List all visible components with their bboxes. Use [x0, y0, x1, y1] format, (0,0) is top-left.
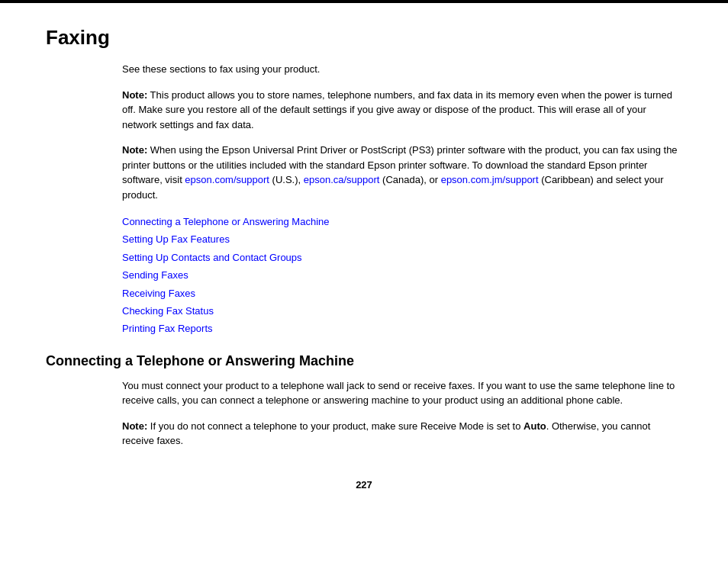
note2-text2: (U.S.), — [269, 174, 304, 185]
nav-link-1[interactable]: Setting Up Fax Features — [122, 230, 682, 248]
nav-link-0[interactable]: Connecting a Telephone or Answering Mach… — [122, 213, 682, 230]
epson-support-ca-link[interactable]: epson.ca/support — [304, 174, 380, 185]
nav-link-3[interactable]: Sending Faxes — [122, 266, 682, 284]
note1-block: Note: This product allows you to store n… — [122, 88, 682, 133]
nav-link-5[interactable]: Checking Fax Status — [122, 302, 682, 320]
links-list: Connecting a Telephone or Answering Mach… — [122, 213, 682, 338]
section1-note-text: If you do not connect a telephone to you… — [147, 420, 523, 432]
page-title: Faxing — [46, 26, 682, 50]
nav-link-2[interactable]: Setting Up Contacts and Contact Groups — [122, 249, 682, 266]
epson-support-jm-link[interactable]: epson.com.jm/support — [441, 174, 539, 185]
section1-body: You must connect your product to a telep… — [122, 378, 682, 408]
page-number: 227 — [46, 479, 682, 491]
note1-label: Note: — [122, 89, 147, 101]
note2-label: Note: — [122, 144, 147, 156]
page-container: Faxing See these sections to fax using y… — [0, 0, 728, 563]
section1-note-bold: Auto — [523, 420, 546, 432]
note1-text: This product allows you to store names, … — [122, 89, 672, 130]
note2-text3: (Canada), or — [379, 174, 440, 185]
section1-note-label: Note: — [122, 420, 147, 432]
intro-text: See these sections to fax using your pro… — [122, 62, 682, 77]
section1-note: Note: If you do not connect a telephone … — [122, 419, 682, 449]
section1-title: Connecting a Telephone or Answering Mach… — [46, 353, 682, 369]
note2-block: Note: When using the Epson Universal Pri… — [122, 143, 682, 202]
nav-link-4[interactable]: Receiving Faxes — [122, 285, 682, 302]
content-area: Faxing See these sections to fax using y… — [0, 3, 728, 521]
epson-support-us-link[interactable]: epson.com/support — [185, 174, 269, 185]
nav-link-6[interactable]: Printing Fax Reports — [122, 320, 682, 337]
